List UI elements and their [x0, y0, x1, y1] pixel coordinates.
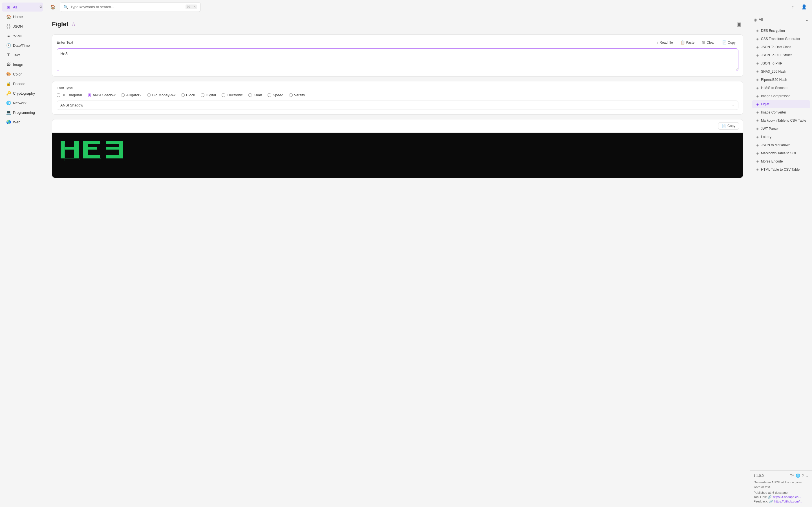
- rp-item-morse-encode[interactable]: ◈ Morse Encode: [752, 158, 810, 165]
- radio-3d-diagonal-input[interactable]: [57, 93, 60, 97]
- sidebar-item-color[interactable]: 🎨 Color: [2, 69, 43, 78]
- rp-item-css-transform[interactable]: ◈ CSS Transform Generator: [752, 35, 810, 43]
- sidebar-item-yaml-label: YAML: [13, 34, 22, 38]
- radio-ansi-shadow[interactable]: ANSI Shadow: [88, 93, 116, 97]
- svg-rect-28: [92, 155, 97, 158]
- chevron-down-icon[interactable]: ⌄: [806, 473, 809, 478]
- rp-item-markdown-sql[interactable]: ◈ Markdown Table to SQL: [752, 149, 810, 157]
- svg-rect-25: [88, 147, 92, 150]
- user-button[interactable]: 👤: [800, 3, 809, 11]
- rp-item-json-php-label: JSON To PHP: [761, 61, 782, 65]
- radio-speed[interactable]: Speed: [267, 93, 283, 97]
- rp-item-json-markdown[interactable]: ◈ JSON to Markdown: [752, 141, 810, 149]
- clear-icon: 🗑: [702, 40, 705, 45]
- svg-rect-34: [119, 141, 123, 144]
- network-icon: 🌐: [6, 101, 11, 105]
- rp-item-json-cpp[interactable]: ◈ JSON To C++ Struct: [752, 51, 810, 59]
- svg-rect-44: [115, 155, 119, 158]
- radio-speed-input[interactable]: [267, 93, 271, 97]
- clear-button[interactable]: 🗑 Clear: [699, 39, 718, 46]
- sidebar-item-programming[interactable]: 💻 Programming: [2, 108, 43, 117]
- read-file-button[interactable]: ↑ Read file: [654, 39, 676, 46]
- rp-item-markdown-csv[interactable]: ◈ Markdown Table to CSV Table: [752, 117, 810, 124]
- radio-3d-diagonal[interactable]: 3D Diagonal: [57, 93, 82, 97]
- version-badge: ℹ 1.0.0: [754, 474, 764, 478]
- rp-item-sha256[interactable]: ◈ SHA3_256 Hash: [752, 68, 810, 75]
- sidebar-item-cryptography[interactable]: 🔑 Cryptography: [2, 89, 43, 98]
- radio-alligator2-input[interactable]: [121, 93, 124, 97]
- radio-alligator2[interactable]: Alligator2: [121, 93, 141, 97]
- image-icon: 🖼: [6, 62, 11, 67]
- radio-varsity-input[interactable]: [289, 93, 293, 97]
- svg-rect-13: [74, 155, 79, 158]
- radio-big-money-nw[interactable]: Big Money-nw: [147, 93, 175, 97]
- copy-output-label: Copy: [727, 124, 735, 128]
- radio-kban[interactable]: Kban: [248, 93, 262, 97]
- sidebar-item-json-label: JSON: [13, 24, 23, 29]
- radio-ansi-shadow-input[interactable]: [88, 93, 91, 97]
- rp-item-sha256-label: SHA3_256 Hash: [761, 69, 786, 73]
- feedback-link[interactable]: https://github.com/...: [774, 500, 802, 503]
- text-input[interactable]: He3: [57, 48, 739, 71]
- radio-digital-label: Digital: [206, 93, 216, 97]
- sidebar-item-json[interactable]: { } JSON: [2, 22, 43, 31]
- svg-rect-8: [74, 141, 79, 144]
- sidebar-item-yaml[interactable]: ≡ YAML: [2, 31, 43, 40]
- search-shortcut: ⌘ + K: [186, 4, 197, 9]
- share-button[interactable]: ↑: [788, 3, 797, 11]
- layout-toggle-button[interactable]: ▣: [734, 20, 743, 29]
- copy-output-button[interactable]: 📄 Copy: [718, 122, 739, 129]
- version-number: 1.0.0: [756, 474, 764, 478]
- radio-digital[interactable]: Digital: [201, 93, 216, 97]
- copy-input-button[interactable]: 📄 Copy: [719, 39, 739, 46]
- rp-item-jwt-parser[interactable]: ◈ JWT Parser: [752, 125, 810, 133]
- svg-rect-39: [119, 147, 123, 150]
- font-type-label: Font Type: [57, 86, 739, 90]
- radio-big-money-nw-input[interactable]: [147, 93, 151, 97]
- sidebar-item-encode[interactable]: 🔒 Encode: [2, 79, 43, 88]
- sidebar-item-datetime[interactable]: 🕐 Date/Time: [2, 41, 43, 50]
- right-panel-bottom: ℹ 1.0.0 Tᴬ 🌐 ? ⌄ Generate an ASCII art f…: [750, 470, 812, 507]
- rp-item-figlet[interactable]: ◈ Figlet: [752, 100, 810, 108]
- help-icon[interactable]: ?: [802, 473, 804, 478]
- radio-block[interactable]: Block: [181, 93, 195, 97]
- sidebar-item-image[interactable]: 🖼 Image: [2, 60, 43, 69]
- radio-digital-input[interactable]: [201, 93, 204, 97]
- radio-electronic-input[interactable]: [221, 93, 225, 97]
- rp-item-ripemd320[interactable]: ◈ Ripemd320 Hash: [752, 76, 810, 83]
- radio-electronic[interactable]: Electronic: [221, 93, 243, 97]
- rp-item-html-csv[interactable]: ◈ HTML Table to CSV Table: [752, 166, 810, 173]
- sidebar-collapse-button[interactable]: «: [40, 3, 42, 9]
- rp-item-lottery[interactable]: ◈ Lottery: [752, 133, 810, 141]
- rp-item-image-converter[interactable]: ◈ Image Converter: [752, 108, 810, 116]
- sidebar-item-text[interactable]: T Text: [2, 50, 43, 59]
- sha256-icon: ◈: [755, 69, 759, 73]
- sidebar-item-image-label: Image: [13, 62, 23, 67]
- rp-item-json-php[interactable]: ◈ JSON To PHP: [752, 59, 810, 67]
- rp-item-hms-seconds[interactable]: ◈ H:M:S to Seconds: [752, 84, 810, 92]
- radio-varsity[interactable]: Varsity: [289, 93, 305, 97]
- rp-item-figlet-label: Figlet: [761, 102, 769, 106]
- sidebar-item-home[interactable]: 🏠 Home: [2, 12, 43, 21]
- language-icon[interactable]: 🌐: [796, 473, 800, 478]
- rp-item-json-dart[interactable]: ◈ JSON To Dart Class: [752, 43, 810, 51]
- right-panel: ◉ All ⌄ ◈ DES Encryption ◈ CSS Transform…: [750, 14, 812, 507]
- paste-button[interactable]: 📋 Paste: [677, 39, 698, 46]
- text-icon: T: [6, 53, 11, 57]
- sidebar-item-web[interactable]: 🌏 Web: [2, 117, 43, 126]
- rp-item-des-encryption[interactable]: ◈ DES Encryption: [752, 27, 810, 35]
- expand-button[interactable]: ⌄: [805, 17, 809, 22]
- home-button[interactable]: 🏠: [49, 3, 57, 11]
- favorite-button[interactable]: ☆: [71, 21, 76, 27]
- output-canvas: [52, 133, 743, 178]
- search-input[interactable]: [70, 5, 183, 9]
- tool-link[interactable]: https://t.he3app.co...: [773, 495, 801, 499]
- font-size-icon[interactable]: Tᴬ: [790, 473, 794, 478]
- sidebar-item-network[interactable]: 🌐 Network: [2, 98, 43, 107]
- rp-item-markdown-sql-label: Markdown Table to SQL: [761, 151, 797, 155]
- radio-kban-input[interactable]: [248, 93, 252, 97]
- sidebar-item-all[interactable]: ◉ All: [2, 3, 43, 11]
- font-dropdown[interactable]: ANSI Shadow 3D Diagonal Alligator2 Big M…: [57, 101, 739, 110]
- rp-item-image-compressor[interactable]: ◈ Image Compressor: [752, 92, 810, 100]
- radio-block-input[interactable]: [181, 93, 185, 97]
